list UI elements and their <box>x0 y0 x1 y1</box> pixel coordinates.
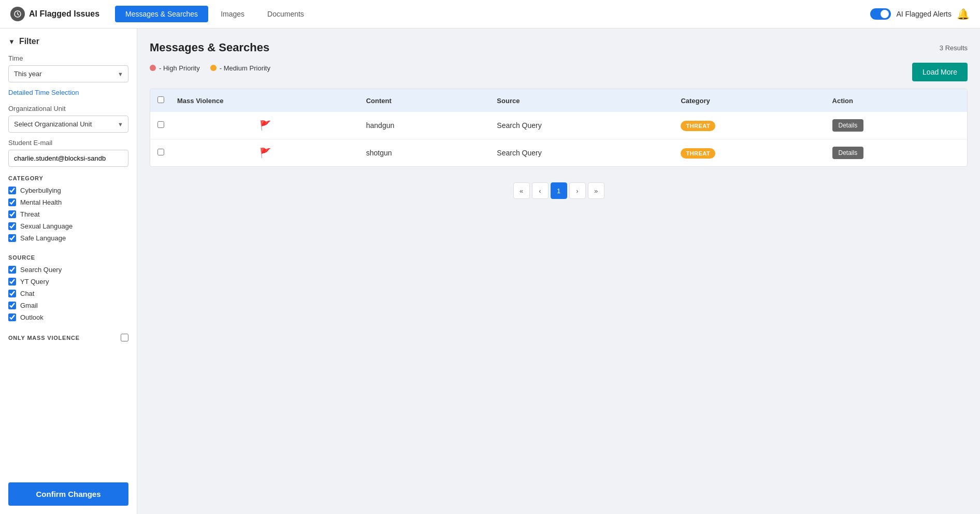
pagination-last[interactable]: » <box>588 182 604 199</box>
time-select-wrapper: This year Last month Last week Custom ▼ <box>8 65 128 82</box>
filter-icon: ▼ <box>8 38 15 46</box>
row2-source: Search Query <box>491 139 674 167</box>
category-mental-health[interactable]: Mental Health <box>8 198 128 206</box>
source-search-query[interactable]: Search Query <box>8 266 128 274</box>
pagination: « ‹ 1 › » <box>150 182 968 199</box>
row2-details-button[interactable]: Details <box>832 147 864 159</box>
time-label: Time <box>8 54 128 62</box>
nav-images[interactable]: Images <box>210 6 255 22</box>
row1-threat-badge: THREAT <box>681 121 715 131</box>
row1-content: handgun <box>360 112 491 139</box>
detailed-time-link[interactable]: Detailed Time Selection <box>8 89 128 96</box>
table-row: 🚩 handgun Search Query THREAT Details <box>150 112 967 139</box>
header-right: AI Flagged Alerts 🔔 <box>870 8 970 20</box>
app-title: AI Flagged Issues <box>29 9 99 19</box>
page-title: Messages & Searches <box>150 41 269 54</box>
results-table-wrapper: Mass Violence Content Source Category <box>150 89 968 167</box>
sidebar: ▼ Filter Time This year Last month Last … <box>0 28 137 514</box>
table-row: 🚩 shotgun Search Query THREAT Details <box>150 139 967 167</box>
header-nav: Messages & Searches Images Documents <box>115 6 870 22</box>
row1-checkbox[interactable] <box>157 121 164 128</box>
ai-alerts-label: AI Flagged Alerts <box>896 10 952 18</box>
priority-legend: - High Priority - Medium Priority <box>150 64 270 72</box>
row1-details-button[interactable]: Details <box>832 119 864 132</box>
col-checkbox <box>150 89 171 112</box>
row1-mass-violence: 🚩 <box>171 112 360 139</box>
row1-category: THREAT <box>674 112 826 139</box>
col-content: Content <box>360 89 491 112</box>
source-outlook[interactable]: Outlook <box>8 313 128 321</box>
medium-priority-legend: - Medium Priority <box>210 64 270 72</box>
only-mass-violence-row: ONLY MASS VIOLENCE <box>8 334 128 341</box>
row1-source: Search Query <box>491 112 674 139</box>
logo-icon <box>10 7 25 21</box>
row1-action: Details <box>826 112 967 139</box>
source-yt-query[interactable]: YT Query <box>8 278 128 285</box>
main-content: Messages & Searches 3 Results - High Pri… <box>137 28 980 514</box>
nav-messages-searches[interactable]: Messages & Searches <box>115 6 208 22</box>
high-priority-label: - High Priority <box>159 64 200 72</box>
row1-checkbox-cell <box>150 112 171 139</box>
category-heading: CATEGORY <box>8 175 128 181</box>
row1-flag-icon: 🚩 <box>260 120 271 131</box>
load-more-button[interactable]: Load More <box>912 63 968 81</box>
email-label: Student E-mail <box>8 139 128 147</box>
category-cyberbullying[interactable]: Cyberbullying <box>8 187 128 194</box>
org-unit-select[interactable]: Select Organizational Unit <box>8 116 128 133</box>
category-safe-language[interactable]: Safe Language <box>8 234 128 242</box>
time-select[interactable]: This year Last month Last week Custom <box>8 65 128 82</box>
student-email-input[interactable] <box>8 150 128 167</box>
row2-checkbox[interactable] <box>157 149 164 155</box>
high-priority-legend: - High Priority <box>150 64 200 72</box>
col-action: Action <box>826 89 967 112</box>
row2-checkbox-cell <box>150 139 171 167</box>
filter-label: Filter <box>19 37 39 46</box>
source-list: Search Query YT Query Chat Gmail Outlook <box>8 266 128 325</box>
pagination-next[interactable]: › <box>569 182 586 199</box>
content-header: Messages & Searches 3 Results <box>150 41 968 54</box>
row2-action: Details <box>826 139 967 167</box>
category-threat[interactable]: Threat <box>8 210 128 218</box>
select-all-checkbox[interactable] <box>157 96 164 103</box>
pagination-prev[interactable]: ‹ <box>532 182 549 199</box>
confirm-changes-button[interactable]: Confirm Changes <box>8 482 128 506</box>
source-chat[interactable]: Chat <box>8 290 128 297</box>
only-mass-violence-label: ONLY MASS VIOLENCE <box>8 335 80 341</box>
only-mass-violence-checkbox[interactable] <box>121 334 128 341</box>
pagination-first[interactable]: « <box>513 182 530 199</box>
source-heading: SOURCE <box>8 254 128 261</box>
app-logo: AI Flagged Issues <box>10 7 99 21</box>
source-gmail[interactable]: Gmail <box>8 302 128 309</box>
col-source: Source <box>491 89 674 112</box>
medium-priority-label: - Medium Priority <box>220 64 270 72</box>
ai-alerts-toggle[interactable] <box>870 8 891 20</box>
category-list: Cyberbullying Mental Health Threat Sexua… <box>8 187 128 246</box>
table-header: Mass Violence Content Source Category <box>150 89 967 112</box>
medium-priority-dot <box>210 65 217 71</box>
header: AI Flagged Issues Messages & Searches Im… <box>0 0 980 28</box>
row2-content: shotgun <box>360 139 491 167</box>
org-unit-label: Organizational Unit <box>8 105 128 112</box>
filter-title: ▼ Filter <box>8 37 128 46</box>
results-table: Mass Violence Content Source Category <box>150 89 967 166</box>
high-priority-dot <box>150 65 156 71</box>
nav-documents[interactable]: Documents <box>257 6 314 22</box>
app-container: AI Flagged Issues Messages & Searches Im… <box>0 0 980 514</box>
col-category: Category <box>674 89 826 112</box>
main-layout: ▼ Filter Time This year Last month Last … <box>0 28 980 514</box>
results-count: 3 Results <box>940 44 968 52</box>
row2-category: THREAT <box>674 139 826 167</box>
org-unit-select-wrapper: Select Organizational Unit ▼ <box>8 116 128 133</box>
pagination-current[interactable]: 1 <box>551 182 567 199</box>
row2-threat-badge: THREAT <box>681 148 715 159</box>
bell-icon: 🔔 <box>957 8 970 20</box>
table-body: 🚩 handgun Search Query THREAT Details <box>150 112 967 166</box>
row2-mass-violence: 🚩 <box>171 139 360 167</box>
col-mass-violence: Mass Violence <box>171 89 360 112</box>
row2-flag-icon: 🚩 <box>260 148 271 158</box>
category-sexual-language[interactable]: Sexual Language <box>8 222 128 230</box>
